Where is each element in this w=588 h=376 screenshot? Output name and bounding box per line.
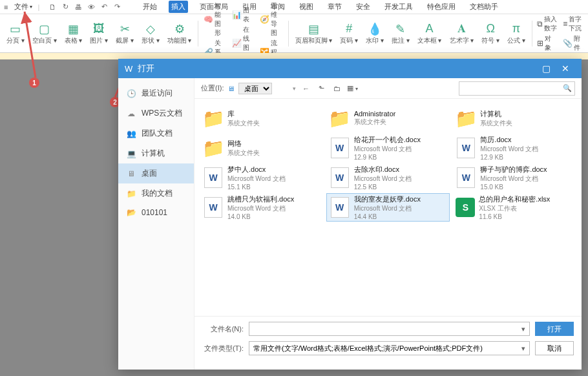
ribbon-icon: ✂: [120, 22, 130, 36]
ribbon-表格[interactable]: ▦表格 ▾: [61, 21, 87, 47]
file-item[interactable]: W去除水印.docxMicrosoft Word 文档12.5 KB: [326, 163, 450, 192]
word-icon: W: [203, 167, 224, 188]
dialog-titlebar: W 打开 ▢ ✕: [118, 59, 582, 78]
ribbon-批注[interactable]: ✎批注 ▾: [388, 21, 414, 47]
maximize-button[interactable]: ▢: [536, 63, 556, 74]
sidebar-icon: ☁: [126, 109, 136, 118]
file-item[interactable]: W梦中人.docxMicrosoft Word 文档15.1 KB: [200, 163, 324, 192]
sidebar-item-010101[interactable]: 📂010101: [118, 204, 194, 222]
chevron-down-icon: ▾: [521, 344, 525, 353]
file-item[interactable]: 📁库系统文件夹: [200, 104, 324, 132]
up-icon[interactable]: ⬑: [315, 84, 327, 92]
file-item[interactable]: W给花开一个机会.docxMicrosoft Word 文档12.9 KB: [326, 134, 450, 162]
search-icon[interactable]: 🔍: [563, 84, 572, 92]
tab-文档助手[interactable]: 文档助手: [467, 1, 501, 13]
tab-章节[interactable]: 章节: [325, 1, 344, 13]
ribbon-公式[interactable]: π公式 ▾: [503, 21, 529, 47]
ribbon-空白页[interactable]: ▢空白页 ▾: [28, 21, 61, 47]
ribbon-icon: 🧭: [260, 15, 269, 24]
search-input[interactable]: [462, 85, 563, 92]
ribbon-功能图[interactable]: ⚙功能图 ▾: [163, 21, 196, 47]
file-item[interactable]: 📁网络系统文件夹: [200, 134, 324, 162]
qat-icon[interactable]: 👁: [86, 2, 96, 12]
file-item[interactable]: 📁Administrator系统文件夹: [326, 104, 450, 132]
ribbon-艺术字[interactable]: 𝐀艺术字 ▾: [446, 21, 478, 47]
file-name: 跳槽只为软福利.docx: [227, 194, 294, 204]
qat-icon[interactable]: 🖶: [73, 2, 83, 12]
tab-开始[interactable]: 开始: [140, 1, 160, 13]
sidebar-item-我的文档[interactable]: 📁我的文档: [118, 183, 194, 204]
filetype-combo[interactable]: 常用文件(文字/Word格式;表格/Excel格式;演示/PowerPoint格…: [249, 341, 530, 355]
ribbon-图片[interactable]: 🖼图片 ▾: [86, 21, 112, 47]
ribbon-思维导图[interactable]: 🧭思维导图: [260, 1, 283, 37]
ribbon-文本框[interactable]: A文本框 ▾: [414, 21, 446, 47]
file-size: 15.0 KB: [480, 183, 547, 191]
ribbon: ▭分页 ▾▢空白页 ▾▦表格 ▾🖼图片 ▾✂截屏 ▾◇形状 ▾⚙功能图 ▾🧠智能…: [0, 14, 588, 53]
tab-插入[interactable]: 插入: [169, 1, 188, 13]
ribbon-智能图形[interactable]: 🧠智能图形: [204, 1, 227, 37]
sidebar-item-最近访问[interactable]: 🕒最近访问: [118, 83, 194, 103]
excel-icon: S: [456, 198, 475, 217]
back-icon[interactable]: ←: [300, 85, 311, 92]
file-name: 简历.docx: [480, 135, 538, 145]
sidebar-item-计算机[interactable]: 💻计算机: [118, 143, 194, 163]
file-item[interactable]: 📁计算机系统文件夹: [452, 104, 576, 132]
qat-icon[interactable]: ↷: [112, 2, 122, 12]
folder-icon: 📁: [330, 108, 350, 129]
view-icon[interactable]: ▦ ▾: [346, 84, 358, 92]
tab-特色应用[interactable]: 特色应用: [425, 1, 458, 13]
folder-icon: 📁: [203, 108, 224, 129]
ribbon-页码[interactable]: #页码 ▾: [336, 21, 362, 47]
word-icon: W: [456, 138, 476, 158]
file-menu[interactable]: 文件 ▾: [12, 2, 35, 12]
file-item[interactable]: W我的室友是妖孽.docxMicrosoft Word 文档14.4 KB: [326, 193, 450, 222]
sidebar-item-WPS云文档[interactable]: ☁WPS云文档: [118, 103, 194, 123]
file-item[interactable]: W狮子与驴的博弈.docxMicrosoft Word 文档15.0 KB: [452, 163, 576, 192]
sidebar-item-桌面[interactable]: 🖥桌面: [118, 163, 194, 183]
file-item[interactable]: W跳槽只为软福利.docxMicrosoft Word 文档14.0 KB: [200, 193, 324, 222]
close-button[interactable]: ✕: [556, 63, 575, 74]
word-icon: W: [203, 197, 224, 218]
location-label: 位置(I):: [201, 83, 224, 93]
file-name: 库: [227, 109, 260, 119]
file-type: XLSX 工作表: [479, 204, 550, 213]
ribbon-插入数字[interactable]: ⧉插入数字: [537, 15, 558, 33]
ribbon-对象[interactable]: ⊞对象: [537, 34, 558, 52]
file-type: Microsoft Word 文档: [354, 145, 421, 154]
ribbon-形状[interactable]: ◇形状 ▾: [138, 21, 163, 47]
ribbon-icon: ▦: [68, 22, 79, 36]
ribbon-icon: ✎: [395, 22, 405, 36]
file-item[interactable]: W简历.docxMicrosoft Word 文档12.9 KB: [452, 134, 576, 162]
tab-视图[interactable]: 视图: [297, 1, 316, 13]
file-name: 给花开一个机会.docx: [354, 135, 421, 145]
tab-安全[interactable]: 安全: [353, 1, 373, 13]
dialog-title: 打开: [138, 63, 154, 74]
open-button[interactable]: 打开: [535, 322, 574, 336]
ribbon-icon: #: [346, 22, 352, 36]
ribbon-分页[interactable]: ▭分页 ▾: [3, 21, 28, 47]
ribbon-icon: 📎: [563, 39, 572, 48]
ribbon-符号[interactable]: Ω符号 ▾: [478, 21, 503, 47]
file-name: 去除水印.docx: [354, 165, 412, 174]
ribbon-页眉和页脚[interactable]: ▤页眉和页脚 ▾: [291, 21, 337, 47]
qat-icon[interactable]: ↶: [99, 2, 109, 12]
qat-icon[interactable]: 🗋: [47, 2, 58, 12]
filename-combo[interactable]: ▾: [249, 322, 530, 336]
hamburger-icon[interactable]: ≡: [0, 3, 12, 11]
ribbon-icon: 🖼: [93, 22, 105, 36]
cancel-button[interactable]: 取消: [535, 341, 574, 355]
sidebar-item-团队文档[interactable]: 👥团队文档: [118, 123, 194, 143]
location-select[interactable]: 桌面: [238, 83, 272, 94]
qat-icon[interactable]: ↻: [60, 2, 70, 12]
ribbon-首字下沉[interactable]: ≡首字下沉: [563, 15, 583, 33]
ribbon-icon: π: [512, 22, 520, 36]
file-item[interactable]: S总的用户名和秘密.xlsxXLSX 工作表11.6 KB: [452, 193, 576, 222]
ribbon-水印[interactable]: 💧水印 ▾: [362, 21, 388, 47]
ribbon-图表[interactable]: 📊图表: [232, 6, 255, 24]
word-icon: W: [330, 138, 350, 158]
ribbon-附件[interactable]: 📎附件: [563, 34, 583, 52]
new-folder-icon[interactable]: 🗀: [331, 85, 342, 92]
tab-开发工具[interactable]: 开发工具: [382, 1, 415, 13]
ribbon-截屏[interactable]: ✂截屏 ▾: [112, 21, 138, 47]
search-box[interactable]: 🔍: [459, 81, 575, 96]
